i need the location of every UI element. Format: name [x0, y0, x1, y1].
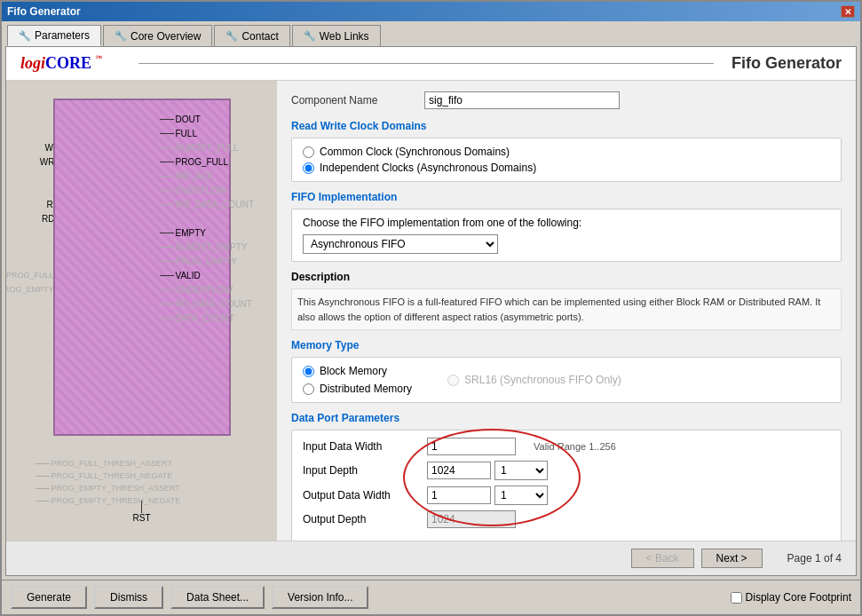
title-bar: Fifo Generator ✕ [2, 2, 860, 21]
next-button[interactable]: Next > [701, 549, 763, 568]
description-label: Description [291, 271, 842, 283]
radio-distributed-memory-input[interactable] [303, 383, 314, 395]
nav-bar: < Back Next > Page 1 of 4 [6, 541, 856, 575]
sig-almost-full: ALMOST_FULL [160, 140, 266, 154]
radio-distributed-memory-label: Distributed Memory [320, 383, 412, 395]
sig-ae-line [160, 247, 174, 248]
back-button[interactable]: < Back [631, 549, 694, 568]
input-data-width-field[interactable] [427, 438, 516, 455]
tab-core-overview[interactable]: 🔧 Core Overview [103, 25, 212, 46]
sig-empty-out: EMPTY [160, 225, 266, 240]
radio-block-memory-input[interactable] [303, 366, 314, 377]
output-data-width-select[interactable]: 1 [494, 486, 548, 505]
sig-dc-line [160, 318, 174, 319]
input-data-width-row: Input Data Width Valid Range 1..256 [303, 438, 830, 455]
radio-independent-clock-input[interactable] [303, 162, 314, 174]
radio-block-memory: Block Memory [303, 365, 412, 377]
sig-wr-data-count-label: WR_DATA_COUNT [176, 200, 255, 209]
display-footprint-checkbox[interactable] [731, 592, 742, 604]
sig-prog-full-label: PROG_FULL [176, 157, 228, 167]
fifo-impl-title: FIFO Implementation [291, 191, 842, 203]
display-footprint-row: Display Core Footprint [731, 591, 851, 604]
sig-dout-line [160, 119, 174, 120]
header: logiCORE ™ Fifo Generator [6, 47, 856, 81]
radio-srl16-label: SRL16 (Synchronous FIFO Only) [464, 374, 621, 386]
fifo-impl-box: Choose the FIFO implementation from one … [291, 209, 842, 262]
sig-uf-line [160, 289, 174, 290]
fifo-impl-select[interactable]: Asynchronous FIFO Synchronous FIFO Shift… [303, 234, 498, 254]
radio-srl16-input [447, 375, 459, 386]
sig-petn-label: PROG_EMPTY_THRESH_NEGATE [51, 496, 181, 505]
output-depth-field [427, 510, 516, 528]
input-depth-select[interactable]: 1 [494, 461, 548, 480]
sig-almost-empty-label: ALMOST_EMPTY [176, 242, 248, 252]
radio-independent-clock-label: Independent Clocks (Asynchronous Domains… [320, 162, 536, 174]
sig-valid-line [160, 275, 174, 276]
sig-rd-data-count: RD_DATA_COUNT [160, 296, 266, 311]
component-name-input[interactable] [424, 91, 620, 109]
input-depth-field[interactable] [427, 462, 491, 479]
close-button[interactable]: ✕ [841, 5, 855, 18]
radio-common-clock-label: Common Clock (Synchronous Domains) [320, 146, 510, 158]
generate-button[interactable]: Generate [11, 586, 87, 609]
radio-distributed-memory: Distributed Memory [303, 383, 412, 395]
output-data-width-row: Output Data Width 1 [303, 486, 830, 505]
sig-wr-ack: WR_ACK [160, 169, 266, 183]
output-data-width-label: Output Data Width [303, 489, 427, 501]
sig-underflow: UNDERFLOW [160, 282, 266, 296]
tab-icon-parameters: 🔧 [19, 30, 31, 42]
tab-bar: 🔧 Parameters 🔧 Core Overview 🔧 Contact 🔧… [2, 21, 860, 46]
sig-peta: PROG_EMPTY_THRESH_ASSERT [36, 482, 181, 494]
page-info: Page 1 of 4 [787, 552, 842, 565]
sig-overflow-label: OVERFLOW [176, 186, 226, 195]
tab-contact[interactable]: 🔧 Contact [214, 25, 289, 46]
tab-web-links[interactable]: 🔧 Web Links [292, 25, 381, 46]
memory-type-row: Block Memory Distributed Memory SRL16 (S… [303, 365, 830, 395]
main-window: Fifo Generator ✕ 🔧 Parameters 🔧 Core Ove… [0, 0, 862, 616]
data-port-box: Input Data Width Valid Range 1..256 Inpu… [291, 430, 842, 541]
output-data-width-field[interactable] [427, 486, 491, 504]
logo-tm: ™ [96, 54, 103, 62]
output-depth-label: Output Depth [303, 513, 427, 525]
sig-pftn: PROG_FULL_THRESH_NEGATE [36, 470, 181, 482]
description-section: Description This Asynchronous FIFO is a … [291, 271, 842, 330]
sig-full-label: FULL [176, 129, 197, 138]
description-text: This Asynchronous FIFO is a full-feature… [291, 288, 842, 330]
sig-pfta-line [36, 463, 50, 464]
sig-peta-line [36, 488, 50, 489]
sig-peta-label: PROG_EMPTY_THRESH_ASSERT [51, 484, 180, 493]
rw-clock-section: Read Write Clock Domains Common Clock (S… [291, 120, 842, 182]
tab-icon-contact: 🔧 [225, 30, 238, 42]
sig-pe-line [160, 261, 174, 262]
bottom-bar: Generate Dismiss Data Sheet... Version I… [2, 580, 860, 614]
memory-type-radios: Block Memory Distributed Memory [303, 365, 412, 395]
tab-parameters[interactable]: 🔧 Parameters [7, 25, 101, 46]
memory-type-box: Block Memory Distributed Memory SRL16 (S… [291, 357, 842, 403]
sig-rd-data-count-label: RD_DATA_COUNT [176, 299, 252, 309]
rw-clock-title: Read Write Clock Domains [291, 120, 842, 132]
output-depth-row: Output Depth [303, 510, 830, 528]
version-button[interactable]: Version Info... [272, 586, 368, 609]
datasheet-button[interactable]: Data Sheet... [170, 586, 265, 609]
radio-block-memory-label: Block Memory [320, 365, 387, 377]
tab-icon-core-overview: 🔧 [115, 30, 127, 42]
dismiss-button[interactable]: Dismiss [94, 586, 163, 609]
window-title: Fifo Generator [7, 5, 81, 18]
tab-label-contact: Contact [241, 30, 278, 43]
data-port-title: Data Port Parameters [291, 412, 842, 424]
config-area: Component Name Read Write Clock Domains … [277, 81, 856, 541]
title-bar-text: Fifo Generator [7, 5, 81, 18]
sig-rdc-line [160, 304, 174, 304]
page-title: Fifo Generator [732, 54, 842, 73]
sig-overflow: OVERFLOW [160, 183, 266, 197]
sig-pfta: PROG_FULL_THRESH_ASSERT [36, 457, 181, 470]
tab-label-parameters: Parameters [35, 29, 90, 42]
tab-label-core-overview: Core Overview [130, 30, 201, 43]
body: DIN WR_EN WR_CLK [6, 81, 856, 541]
radio-common-clock-input[interactable] [303, 146, 314, 158]
main-content: logiCORE ™ Fifo Generator DIN [5, 46, 857, 576]
radio-common-clock: Common Clock (Synchronous Domains) [303, 146, 830, 158]
fifo-impl-choose-label: Choose the FIFO implementation from one … [303, 217, 830, 229]
sig-pf-line [160, 162, 174, 162]
sig-rst: RST [133, 501, 151, 523]
